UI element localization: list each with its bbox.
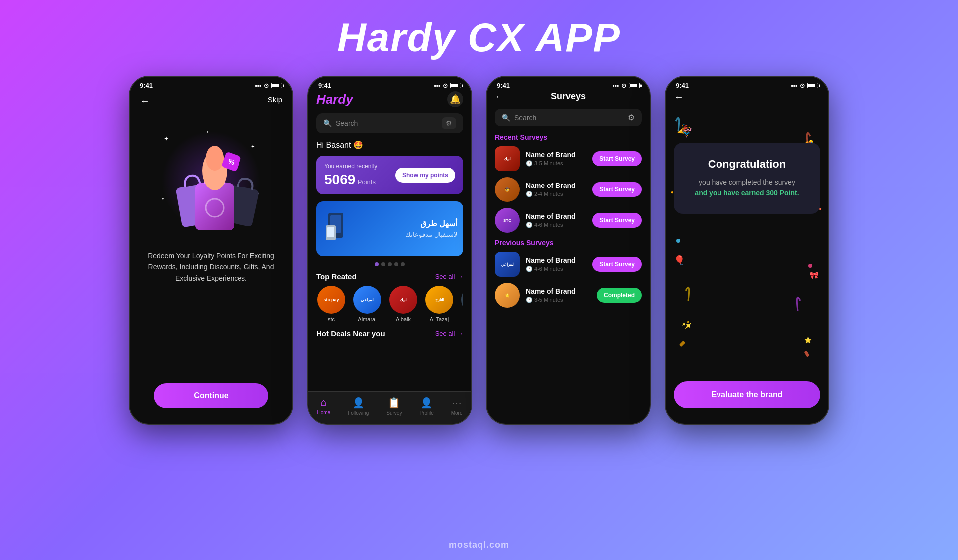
congratulation-card: Congratulation you have completed the su… [674, 143, 820, 214]
wifi-icon-3: ⊙ [621, 82, 626, 89]
brand-albaik[interactable]: البيك Albaik [388, 286, 418, 322]
survey-logo-1: البيك [495, 146, 520, 171]
signal-icon-3: ▪▪▪ [612, 82, 619, 89]
confetti-5: ✨ [680, 318, 694, 332]
battery-icon-2 [450, 83, 461, 88]
page-title: Hardy CX APP [337, 0, 621, 76]
signal-icon-1: ▪▪▪ [255, 82, 261, 89]
start-survey-btn-1[interactable]: Start Survey [592, 151, 642, 166]
clock-icon-2: 🕐 [526, 191, 533, 197]
survey-time-3: 🕐 4-6 Minutes [526, 222, 586, 228]
dot-2 [381, 262, 385, 266]
brand-stc[interactable]: stc pay stc [316, 286, 346, 322]
brand-altazaj[interactable]: التازج Al Tazaj [424, 286, 454, 322]
start-survey-btn-2[interactable]: Start Survey [592, 182, 642, 197]
svg-text:✦: ✦ [161, 197, 165, 201]
confetti-7: ● [671, 189, 674, 195]
hot-deals-label: Hot Deals Near you [316, 329, 385, 338]
phones-container: 9:41 ▪▪▪ ⊙ ← Skip ✦ ✦ [99, 76, 859, 425]
back-arrow-1[interactable]: ← [140, 95, 150, 107]
filter-icon-surveys[interactable]: ⚙ [628, 113, 635, 122]
svg-point-26 [808, 264, 812, 268]
top-rated-see-all[interactable]: See all → [435, 273, 463, 280]
battery-icon-3 [629, 83, 640, 88]
svg-text:✦: ✦ [251, 144, 255, 149]
brand-name-stc: stc [328, 316, 335, 322]
hardy-logo: Hardy [316, 92, 353, 107]
back-button-congrats[interactable]: ← [674, 91, 684, 103]
congrats-title: Congratulation [686, 158, 808, 171]
prev-start-survey-btn-1[interactable]: Start Survey [592, 257, 642, 272]
svg-point-25 [676, 239, 680, 243]
following-nav-label: Following [348, 410, 369, 416]
dot-5 [401, 262, 405, 266]
surveys-search-bar[interactable]: 🔍 Search ⚙ [495, 109, 642, 126]
prev-survey-time-1: 🕐 4-6 Minutes [526, 266, 586, 272]
phone-surveys: 9:41 ▪▪▪ ⊙ ← Surveys 🔍 Search ⚙ Recent S… [486, 76, 651, 425]
survey-brand-2: Name of Brand [526, 182, 586, 189]
survey-item-2: 🤠 Name of Brand 🕐 2-4 Minutes Start Surv… [495, 177, 642, 202]
nav-survey[interactable]: 📋 Survey [386, 397, 402, 416]
previous-surveys-label: Previous Surveys [495, 239, 642, 247]
promo-banner: أسهل طرق لاستقبال مدفوعاتك [316, 201, 463, 256]
dot-3 [388, 262, 392, 266]
bottom-navigation: ⌂ Home 👤 Following 📋 Survey 👤 Profile ⋯ [308, 391, 471, 424]
show-points-button[interactable]: Show my points [395, 168, 455, 183]
top-rated-header: Top Reated See all → [316, 272, 463, 281]
search-placeholder-home: Search [336, 119, 358, 127]
survey-nav-label: Survey [386, 410, 402, 416]
brands-list: stc pay stc المراعي Almarai البيك [316, 286, 463, 322]
survey-item-3: STC Name of Brand 🕐 4-6 Minutes Start Su… [495, 208, 642, 233]
back-button-surveys[interactable]: ← [495, 91, 505, 102]
nav-following[interactable]: 👤 Following [348, 397, 369, 416]
confetti-6: ⭐ [804, 337, 812, 344]
survey-time-1: 🕐 3-5 Minutes [526, 160, 586, 167]
brand-name-almarai: Almarai [358, 316, 376, 322]
prev-survey-item-2: ⭐ Name of Brand 🕐 3-5 Minutes Completed [495, 283, 642, 308]
survey-logo-3: STC [495, 208, 520, 233]
dot-1 [375, 262, 379, 266]
survey-brand-1: Name of Brand [526, 151, 586, 159]
hot-deals-see-all[interactable]: See all → [435, 330, 463, 337]
start-survey-btn-3[interactable]: Start Survey [592, 213, 642, 228]
brand-logo-albaik: البيك [389, 286, 417, 314]
brand-logo-altazaj: التازج [425, 286, 453, 314]
earned-label: You earned recently [324, 163, 377, 170]
prev-survey-brand-1: Name of Brand [526, 256, 586, 264]
confetti-4: 🎀 [810, 271, 818, 279]
wifi-icon-2: ⊙ [443, 82, 448, 89]
points-amount: 5069 [324, 172, 355, 187]
banner-text: أسهل طرق لاستقبال مدفوعاتك [405, 218, 457, 240]
nav-profile[interactable]: 👤 Profile [419, 397, 433, 416]
clock-icon-4: 🕐 [526, 266, 533, 272]
confetti-area: 🎉 🎊 🎈 🎀 ✨ ⭐ ● ● [666, 91, 828, 418]
hot-deals-header: Hot Deals Near you See all → [316, 329, 463, 338]
svg-rect-23 [804, 350, 809, 357]
notification-bell[interactable]: 🔔 [447, 91, 463, 107]
illustration-area: ✦ ✦ ✦ ✦ ✦ · · [130, 111, 292, 250]
points-card: You earned recently 5069 Points Show my … [316, 156, 463, 194]
survey-item-1: البيك Name of Brand 🕐 3-5 Minutes Start … [495, 146, 642, 171]
nav-home[interactable]: ⌂ Home [317, 397, 330, 416]
shopping-illustration: ✦ ✦ ✦ ✦ ✦ · · [156, 126, 266, 235]
wifi-icon-1: ⊙ [264, 82, 269, 89]
continue-button[interactable]: Continue [154, 383, 268, 408]
brand-pan[interactable]: Pan Pan [460, 286, 463, 322]
congrats-highlight: and you have earned 300 Point. [695, 189, 799, 197]
svg-rect-22 [679, 341, 686, 347]
prev-survey-item-1: المراعي Name of Brand 🕐 4-6 Minutes Star… [495, 252, 642, 277]
evaluate-brand-button[interactable]: Evaluate the brand [674, 381, 820, 408]
home-search-bar[interactable]: 🔍 Search ⚙ [316, 113, 463, 133]
brand-almarai[interactable]: المراعي Almarai [352, 286, 382, 322]
search-placeholder-surveys: Search [514, 114, 536, 122]
completed-badge: Completed [597, 288, 642, 303]
profile-nav-label: Profile [419, 410, 433, 416]
skip-button[interactable]: Skip [268, 95, 282, 107]
filter-button[interactable]: ⚙ [442, 117, 456, 129]
nav-more[interactable]: ⋯ More [451, 397, 463, 416]
more-nav-icon: ⋯ [452, 397, 462, 409]
status-time-4: 9:41 [676, 82, 689, 89]
home-nav-icon: ⌂ [321, 397, 327, 408]
following-nav-icon: 👤 [352, 397, 365, 409]
confetti-3: 🎈 [674, 255, 685, 266]
